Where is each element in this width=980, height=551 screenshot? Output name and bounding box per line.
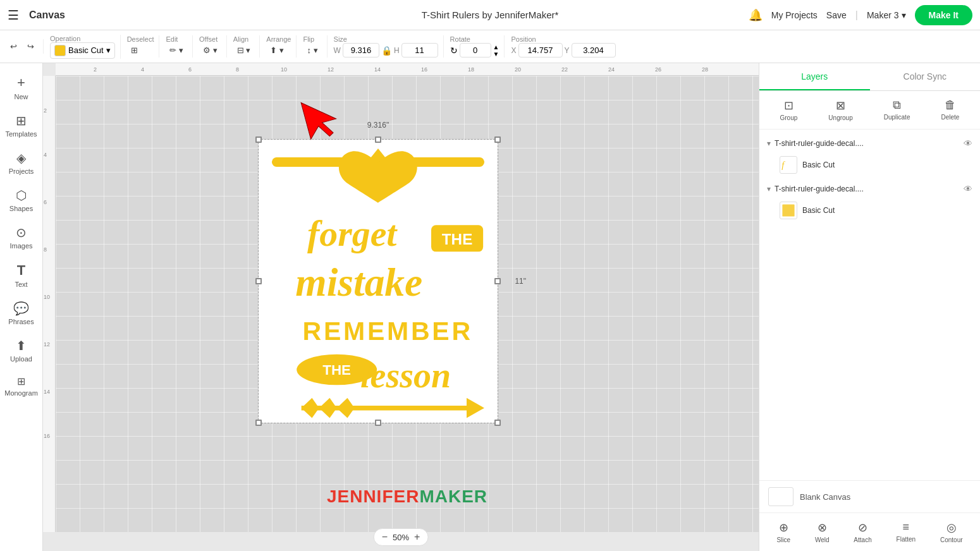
handle-bottom-left[interactable]	[255, 420, 262, 426]
deselect-button[interactable]: ⊞	[127, 43, 142, 58]
align-label: Align	[233, 35, 248, 43]
height-input[interactable]	[401, 43, 438, 58]
w-label: W	[334, 46, 341, 55]
tab-layers[interactable]: Layers	[759, 63, 870, 90]
width-input[interactable]	[343, 43, 379, 58]
zoom-in-button[interactable]: +	[414, 531, 420, 543]
svg-text:THE: THE	[322, 362, 351, 378]
edit-section: Edit ✏ ▾	[166, 35, 187, 58]
handle-top-right[interactable]	[494, 136, 501, 143]
layer-group-header-1[interactable]: ▾ T-shirt-ruler-guide-decal.... 👁	[759, 135, 980, 152]
attach-icon: ⊘	[858, 521, 867, 535]
handle-bottom-right[interactable]	[494, 420, 501, 426]
divider: |	[855, 9, 858, 21]
blank-canvas-label: Blank Canvas	[800, 492, 850, 502]
sidebar-item-text[interactable]: T Text	[3, 257, 40, 293]
flip-group: Flip ↕ ▾	[303, 35, 327, 58]
new-icon: +	[17, 75, 25, 91]
x-input[interactable]	[518, 43, 563, 58]
rotate-chevron-up[interactable]: ▲▼	[493, 44, 499, 58]
height-dimension: 11"	[515, 277, 526, 286]
layer-item-2[interactable]: Basic Cut	[759, 198, 980, 223]
topbar: ☰ Canvas T-Shirt Rulers by JenniferMaker…	[0, 0, 980, 30]
svg-marker-12	[467, 398, 484, 418]
projects-icon: ◈	[16, 150, 26, 166]
handle-top-mid[interactable]	[375, 136, 381, 143]
handle-mid-left[interactable]	[255, 278, 262, 284]
my-projects-button[interactable]: My Projects	[771, 10, 818, 20]
eye-icon-2[interactable]: 👁	[964, 184, 972, 194]
align-group: Align ⊟ ▾	[233, 35, 260, 58]
x-label: X	[511, 46, 516, 55]
svg-marker-14	[319, 398, 337, 418]
sidebar-item-phrases[interactable]: 💬 Phrases	[3, 296, 40, 330]
sidebar-item-upload[interactable]: ⬆ Upload	[3, 333, 40, 368]
redo-button[interactable]: ↪	[23, 39, 38, 54]
handle-mid-right[interactable]	[494, 278, 501, 284]
handle-top-left[interactable]	[255, 136, 262, 143]
ruler-vertical: 2 4 6 8 10 12 14 16	[43, 76, 56, 532]
save-button[interactable]: Save	[826, 10, 847, 20]
op-chevron-icon: ▾	[106, 45, 111, 55]
group-label: Group	[780, 114, 798, 121]
flatten-button[interactable]: ≡ Flatten	[891, 518, 921, 546]
sidebar-item-shapes[interactable]: ⬡ Shapes	[3, 183, 40, 217]
group-button[interactable]: ⊡ Group	[775, 96, 803, 124]
cursor-arrow	[297, 90, 345, 143]
align-section: Align ⊟ ▾	[233, 35, 255, 58]
arrange-button[interactable]: ⬆ ▾	[266, 43, 288, 58]
group-icon: ⊡	[784, 99, 793, 112]
slice-button[interactable]: ⊕ Slice	[771, 518, 795, 546]
maker-selector[interactable]: Maker 3 ▾	[867, 10, 906, 20]
sidebar-item-images[interactable]: ⊙ Images	[3, 220, 40, 255]
align-button[interactable]: ⊟ ▾	[233, 43, 255, 58]
layer-item-1[interactable]: f Basic Cut	[759, 152, 980, 178]
sidebar-item-label-text: Text	[15, 281, 27, 288]
edit-button[interactable]: ✏ ▾	[166, 43, 187, 58]
handle-bottom-mid[interactable]	[375, 420, 381, 426]
contour-button[interactable]: ◎ Contour	[935, 518, 968, 546]
attach-button[interactable]: ⊘ Attach	[848, 518, 876, 546]
offset-group: Offset ⚙ ▾	[199, 35, 227, 58]
ruler-numbers: 2 4 6 8 10 12 14 16 18 20 22 24 26 28	[56, 63, 759, 76]
delete-button[interactable]: 🗑 Delete	[936, 96, 965, 124]
weld-button[interactable]: ⊗ Weld	[810, 518, 835, 546]
offset-button[interactable]: ⚙ ▾	[199, 43, 221, 58]
panel-tabs: Layers Color Sync	[759, 63, 980, 91]
blank-canvas-row: Blank Canvas	[759, 480, 980, 512]
chevron-down-icon-1: ▾	[767, 139, 771, 148]
zoom-controls: − 50% +	[374, 528, 429, 546]
menu-icon[interactable]: ☰	[8, 8, 19, 23]
design-svg: forget THE mistake REMEMBER THE lesson	[259, 140, 498, 423]
operation-select[interactable]: Basic Cut ▾	[50, 42, 115, 59]
design-container[interactable]: 9.316" 11"	[258, 139, 498, 423]
y-input[interactable]	[572, 43, 616, 58]
blank-canvas-swatch	[768, 487, 793, 506]
sidebar-item-templates[interactable]: ⊞ Templates	[3, 108, 40, 143]
layer-group-header-2[interactable]: ▾ T-shirt-ruler-guide-decal.... 👁	[759, 180, 980, 198]
flip-section: Flip ↕ ▾	[303, 35, 321, 58]
weld-icon: ⊗	[818, 521, 827, 535]
toolbar: ↩ ↪ Operation Basic Cut ▾ Deselect ⊞ Edi…	[0, 30, 980, 63]
sidebar-item-monogram[interactable]: ⊞ Monogram	[3, 370, 40, 402]
bell-icon[interactable]: 🔔	[749, 8, 763, 22]
canvas-background[interactable]: 9.316" 11"	[56, 76, 759, 532]
eye-icon-1[interactable]: 👁	[964, 138, 972, 148]
tab-color-sync[interactable]: Color Sync	[870, 63, 981, 90]
rotate-input[interactable]	[460, 43, 491, 58]
main-layout: + New ⊞ Templates ◈ Projects ⬡ Shapes ⊙ …	[0, 63, 980, 551]
svg-text:lesson: lesson	[360, 356, 451, 395]
lock-icon[interactable]: 🔒	[381, 45, 392, 56]
duplicate-button[interactable]: ⧉ Duplicate	[879, 96, 916, 124]
undo-button[interactable]: ↩	[6, 39, 21, 54]
layer-group-name-1: T-shirt-ruler-guide-decal....	[775, 139, 960, 148]
canvas-area[interactable]: 2 4 6 8 10 12 14 16 18 20 22 24 26 28 2 …	[43, 63, 759, 551]
sidebar-item-new[interactable]: + New	[3, 70, 40, 106]
make-it-button[interactable]: Make It	[915, 5, 972, 25]
panel-toolbar: ⊡ Group ⊠ Ungroup ⧉ Duplicate 🗑 Delete	[759, 91, 980, 130]
flip-button[interactable]: ↕ ▾	[303, 43, 321, 58]
sidebar-item-projects[interactable]: ◈ Projects	[3, 145, 40, 180]
ungroup-icon: ⊠	[836, 99, 845, 112]
zoom-out-button[interactable]: −	[382, 531, 388, 543]
ungroup-button[interactable]: ⊠ Ungroup	[823, 96, 857, 124]
